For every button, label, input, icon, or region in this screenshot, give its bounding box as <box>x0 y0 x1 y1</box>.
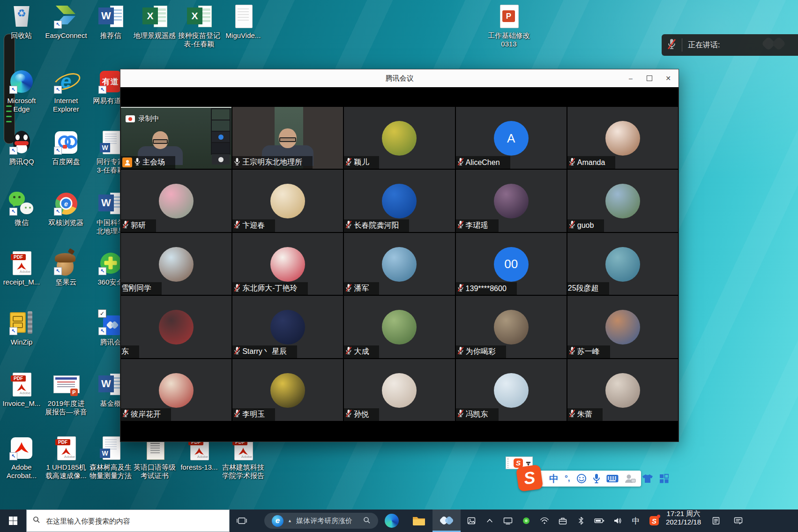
participant-name: guob <box>577 221 594 230</box>
participant-tile[interactable]: 东北师大-丁艳玲 <box>232 233 343 295</box>
mic-muted-icon <box>667 38 676 52</box>
avatar <box>494 373 529 408</box>
desktop-icon-whitedoc[interactable]: MiguVide... <box>221 4 266 40</box>
participant-tile[interactable]: 雪刚同学 <box>121 233 231 295</box>
desktop-icon-recycle[interactable]: ♻回收站 <box>0 4 44 40</box>
drag-handle[interactable] <box>507 458 510 468</box>
action-center-button[interactable] <box>726 510 750 532</box>
start-button[interactable] <box>0 510 26 532</box>
ime-keyboard-icon[interactable] <box>606 474 619 483</box>
ime-mic-icon[interactable] <box>593 473 600 484</box>
sogou-logo[interactable]: S <box>516 465 544 492</box>
speaking-indicator-bar[interactable]: 正在讲话: <box>662 34 798 56</box>
desktop-icon-pdf[interactable]: PDFAdobe吉林建筑科技学院学术报告 <box>221 435 266 480</box>
sogou-tray-icon[interactable]: S <box>649 514 659 528</box>
desktop-icon-acorn[interactable]: ↖坚果云 <box>44 250 89 286</box>
taskbar-clock[interactable]: 17:21 周六 2021/12/18 <box>666 510 701 532</box>
desktop-icon-ie[interactable]: e↖InternetExplorer <box>44 69 89 113</box>
desktop-icon-winzip[interactable]: ↖WinZip <box>0 310 44 346</box>
green-dot-tray-icon[interactable] <box>521 514 531 528</box>
window-titlebar[interactable]: 腾讯会议 –✕ <box>120 69 679 87</box>
participant-tile[interactable]: 大成 <box>344 296 455 358</box>
desktop-icon-chrome[interactable]: e↖双核浏览器 <box>44 191 89 227</box>
participant-name-label: 颖儿 <box>344 156 379 169</box>
participant-tile[interactable]: 卞迎春 <box>232 170 343 232</box>
speaker-tray-icon[interactable] <box>612 514 623 528</box>
desktop-icon-pdf[interactable]: PDFAdobe1 UHD185机载高速成像... <box>44 435 89 480</box>
desktop-icon-label: 百度网盘 <box>52 157 80 166</box>
desktop-icon-label: 双核浏览器 <box>49 218 84 227</box>
maximize-button[interactable] <box>640 69 659 87</box>
participant-tile[interactable]: Amanda <box>567 107 678 169</box>
desktop-icon-label: 基金概 <box>100 399 121 408</box>
participant-tile[interactable]: 苏一峰 <box>567 296 678 358</box>
desktop-icon-acrobat[interactable]: ↖AdobeAcrobat... <box>0 435 44 480</box>
participant-tile[interactable]: 朱蕾 <box>567 359 678 421</box>
desktop-icon-pdf[interactable]: PDFAdobereceipt_M... <box>0 250 44 286</box>
participant-tile[interactable]: 颖儿 <box>344 107 455 169</box>
participant-tile[interactable]: 彼岸花开 <box>121 359 231 421</box>
participant-tile[interactable]: 25段彦超 <box>567 233 678 295</box>
task-view-button[interactable] <box>230 510 254 532</box>
word-icon: W <box>98 191 123 216</box>
ime-zh-mode[interactable]: 中 <box>549 472 559 485</box>
host-badge-icon <box>122 157 132 167</box>
desktop-icon-excel[interactable]: X接种疫苗登记表-任春颖 <box>177 4 222 48</box>
desktop-icon-repdoc[interactable]: P2019年度进展报告—录音 <box>44 372 89 416</box>
news-interests-button[interactable] <box>706 510 726 532</box>
minimize-button[interactable]: – <box>621 69 640 87</box>
ime-tshirt-icon[interactable] <box>642 474 653 483</box>
desktop-icon-edge[interactable]: ↖MicrosoftEdge <box>0 69 44 113</box>
desktop-icon-worddoc[interactable]: W森林树高及生物量测量方法 <box>88 435 133 480</box>
close-button[interactable]: ✕ <box>659 69 678 87</box>
participant-tile[interactable]: 李明玉 <box>232 359 343 421</box>
taskbar-meeting-button-active[interactable] <box>433 510 461 532</box>
desktop-icon-qq[interactable]: ↖腾讯QQ <box>0 130 44 166</box>
participant-tile[interactable]: 王宗明东北地理所 <box>232 107 343 169</box>
desktop-icon-wechat[interactable]: ↖微信 <box>0 191 44 227</box>
participant-tile[interactable]: 冯凯东 <box>456 359 567 421</box>
ime-expand-arrow[interactable]: ▬▼ <box>526 460 530 466</box>
desktop-icon-label: InternetExplorer <box>53 97 79 113</box>
desktop-icon-ppt[interactable]: P工作基础修改0313 <box>486 4 531 48</box>
sogou-icon[interactable]: S <box>514 458 523 468</box>
wifi-tray-icon[interactable] <box>539 514 550 528</box>
desktop-icon-baidupan[interactable]: ↖百度网盘 <box>44 130 89 166</box>
participant-tile[interactable]: A AliceChen <box>456 107 567 169</box>
participant-name-label: 主会场 <box>121 156 175 169</box>
ime-person-dict-icon[interactable] <box>625 474 636 483</box>
participant-tile[interactable]: 00 139****8600 <box>456 233 567 295</box>
ime-grid-icon[interactable] <box>659 474 669 483</box>
cast-tray-icon[interactable] <box>503 514 513 528</box>
briefcase-tray-icon[interactable] <box>558 514 568 528</box>
ime-smiley-icon[interactable] <box>576 473 587 484</box>
desktop-icon-cert[interactable]: 英语口语等级考试证书 <box>132 435 177 480</box>
caret-up-tray-icon[interactable] <box>485 514 495 528</box>
photos-tray-icon[interactable] <box>466 514 477 528</box>
participant-tile[interactable]: 李珺瑶 <box>456 170 567 232</box>
participant-tile[interactable]: 东 <box>121 296 231 358</box>
search-input[interactable] <box>45 517 223 525</box>
battery-tray-icon[interactable] <box>594 514 604 528</box>
bluetooth-tray-icon[interactable] <box>576 514 586 528</box>
ime-punct-mode[interactable]: °, <box>565 474 570 483</box>
taskbar-search[interactable] <box>26 510 230 532</box>
desktop-icon-label: 回收站 <box>11 31 32 40</box>
ime-zh-tray-icon[interactable]: 中 <box>631 514 641 528</box>
participant-name: Amanda <box>577 158 605 167</box>
taskbar-explorer-button[interactable] <box>405 510 433 532</box>
participant-tile[interactable]: 录制中 主会场 <box>121 107 231 169</box>
news-widget[interactable]: e ▲ 媒体评考研房涨价 <box>264 513 378 529</box>
desktop-icon-word[interactable]: W推荐信 <box>88 4 133 40</box>
participant-tile[interactable]: 为你喝彩 <box>456 296 567 358</box>
participant-tile[interactable]: 潘军 <box>344 233 455 295</box>
participant-tile[interactable]: 孙悦 <box>344 359 455 421</box>
participant-tile[interactable]: 郭研 <box>121 170 231 232</box>
participant-tile[interactable]: 长春院龚河阳 <box>344 170 455 232</box>
participant-tile[interactable]: guob <box>567 170 678 232</box>
taskbar-edge-button[interactable] <box>378 510 405 532</box>
desktop-icon-excel[interactable]: X地理景观遥感 <box>132 4 177 40</box>
participant-tile[interactable]: Starry丶 星辰 <box>232 296 343 358</box>
desktop-icon-easyconnect[interactable]: ↖EasyConnect <box>44 4 89 40</box>
desktop-icon-pdf[interactable]: PDFAdobeInvoice_M... <box>0 372 44 408</box>
